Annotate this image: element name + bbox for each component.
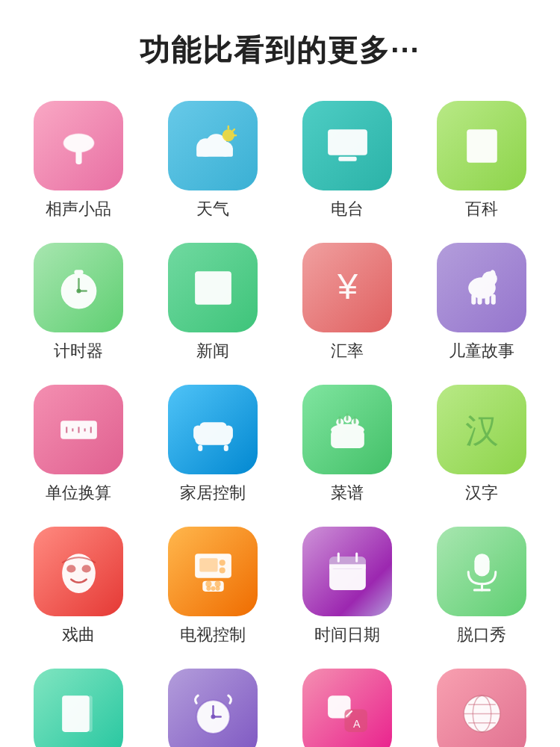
svg-rect-52 (223, 444, 228, 450)
dianshi-label: 电视控制 (180, 624, 246, 646)
svg-point-82 (352, 574, 357, 578)
app-item-caipu[interactable]: 菜谱 (287, 385, 407, 504)
svg-rect-93 (87, 695, 92, 732)
app-item-hanzi[interactable]: 汉 汉字 (422, 385, 541, 504)
svg-text:中: 中 (332, 701, 344, 714)
svg-rect-77 (329, 564, 366, 568)
svg-rect-32 (199, 297, 217, 299)
svg-point-68 (219, 560, 225, 565)
svg-point-70 (205, 580, 211, 586)
shijian-icon (302, 527, 392, 616)
app-item-xinwen[interactable]: 新闻 (153, 243, 273, 362)
svg-point-98 (211, 714, 215, 719)
xinwen-icon (168, 243, 258, 332)
xiaoshuo-icon (34, 669, 123, 747)
tianqi-label: 天气 (196, 198, 229, 220)
svg-rect-20 (470, 147, 488, 149)
svg-rect-51 (198, 444, 202, 450)
diantai-label: 电台 (331, 198, 364, 220)
ertong-icon (437, 243, 526, 332)
huilv-label: 汇率 (331, 340, 364, 362)
ertong-label: 儿童故事 (449, 340, 514, 362)
svg-text:汉: 汉 (465, 412, 499, 449)
svg-point-72 (206, 586, 211, 590)
app-item-ertong[interactable]: 儿童故事 (422, 243, 541, 362)
svg-point-83 (337, 581, 342, 586)
app-item-jishiqi[interactable]: 计时器 (19, 243, 138, 362)
page-title: 功能比看到的更多··· (140, 30, 420, 71)
caipu-icon (302, 385, 392, 474)
jishiqi-label: 计时器 (54, 340, 103, 362)
svg-text:¥: ¥ (336, 265, 358, 306)
jishiqi-icon (34, 243, 123, 332)
shijian-label: 时间日期 (314, 624, 380, 646)
hanzi-label: 汉字 (465, 482, 498, 504)
svg-point-71 (214, 580, 220, 586)
svg-rect-59 (346, 413, 348, 421)
svg-rect-37 (477, 294, 482, 304)
svg-point-64 (81, 565, 90, 572)
svg-point-73 (215, 586, 220, 590)
svg-rect-48 (199, 422, 227, 434)
svg-point-15 (353, 137, 359, 143)
svg-rect-17 (467, 129, 497, 163)
app-item-xiaoshuo[interactable]: 小说 (19, 669, 138, 747)
app-item-xiangsheng[interactable]: 相声小品 (19, 101, 138, 220)
svg-rect-12 (338, 156, 356, 161)
app-item-jiaju[interactable]: 家居控制 (153, 385, 273, 504)
app-item-baike[interactable]: 百科 (422, 101, 541, 220)
fanyi-icon: 中 A (302, 669, 392, 747)
svg-point-80 (337, 574, 342, 578)
svg-point-16 (353, 144, 359, 150)
svg-rect-58 (338, 416, 340, 424)
svg-point-69 (219, 567, 225, 573)
app-item-fanyi[interactable]: 中 A 翻译 (287, 669, 407, 747)
app-item-nazhong[interactable]: 闹钟 (153, 669, 273, 747)
app-item-diantai[interactable]: 电台 (287, 101, 407, 220)
svg-rect-19 (470, 141, 494, 143)
xiangsheng-label: 相声小品 (46, 198, 111, 220)
app-item-renwen[interactable]: 人文地理 (422, 669, 541, 747)
svg-rect-14 (334, 134, 350, 146)
svg-rect-67 (199, 558, 217, 571)
huilv-icon: ¥ (302, 243, 392, 332)
svg-text:A: A (352, 717, 360, 729)
tianqi-icon (168, 101, 258, 190)
xiangsheng-icon (34, 101, 123, 190)
svg-rect-29 (199, 277, 227, 285)
jiaju-label: 家居控制 (180, 482, 246, 504)
app-item-tuokouxiu[interactable]: 脱口秀 (422, 527, 541, 646)
svg-rect-6 (196, 147, 233, 156)
svg-rect-90 (66, 703, 84, 705)
xinwen-label: 新闻 (196, 340, 229, 362)
app-item-xiqu[interactable]: 戏曲 (19, 527, 138, 646)
baike-label: 百科 (465, 198, 498, 220)
app-item-dianshi[interactable]: 电视控制 (153, 527, 273, 646)
svg-rect-18 (470, 135, 494, 137)
xiqu-icon (34, 527, 123, 616)
svg-point-81 (345, 574, 349, 578)
svg-point-26 (76, 288, 81, 293)
diantai-icon (302, 101, 392, 190)
danwei-icon (34, 385, 123, 474)
app-grid: 相声小品 天气 电台 百科 计时器 新闻 ¥ 汇率 (19, 101, 541, 747)
svg-rect-92 (66, 713, 80, 716)
svg-rect-36 (471, 294, 476, 304)
tuokouxiu-icon (437, 527, 526, 616)
caipu-label: 菜谱 (331, 482, 364, 504)
baike-icon (437, 101, 526, 190)
svg-point-63 (66, 565, 75, 572)
dianshi-icon (168, 527, 258, 616)
svg-point-74 (211, 586, 215, 590)
svg-line-9 (232, 129, 234, 131)
danwei-label: 单位换算 (46, 482, 111, 504)
svg-rect-85 (474, 554, 489, 576)
svg-rect-38 (485, 294, 489, 304)
svg-rect-39 (491, 294, 495, 304)
app-item-danwei[interactable]: 单位换算 (19, 385, 138, 504)
nazhong-icon (168, 669, 258, 747)
svg-rect-23 (74, 270, 83, 274)
app-item-tianqi[interactable]: 天气 (153, 101, 273, 220)
app-item-shijian[interactable]: 时间日期 (287, 527, 407, 646)
app-item-huilv[interactable]: ¥ 汇率 (287, 243, 407, 362)
